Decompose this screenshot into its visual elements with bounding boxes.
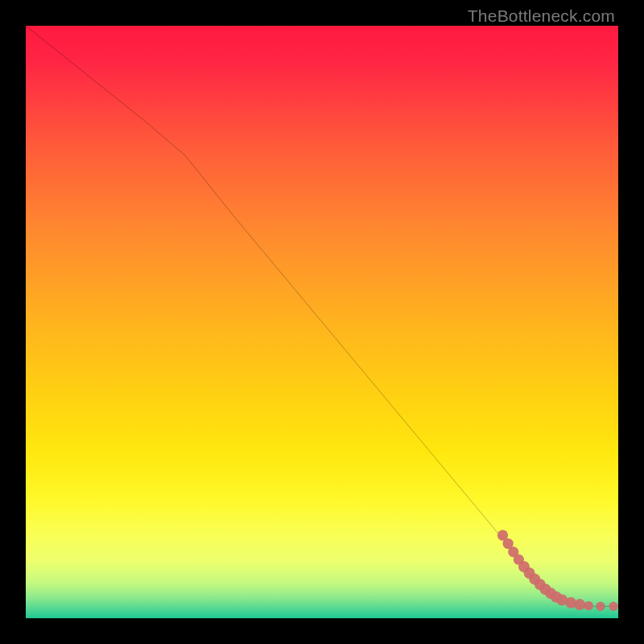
tail-markers-group — [497, 530, 618, 611]
plot-area — [26, 26, 618, 618]
tail-marker — [609, 602, 617, 611]
tail-marker — [574, 599, 585, 610]
tail-marker — [596, 602, 605, 611]
watermark-text: TheBottleneck.com — [468, 6, 615, 26]
chart-frame: { "watermark": "TheBottleneck.com", "cha… — [0, 0, 644, 644]
curve-line — [26, 26, 618, 606]
data-layer — [26, 26, 618, 618]
tail-marker — [584, 601, 592, 610]
